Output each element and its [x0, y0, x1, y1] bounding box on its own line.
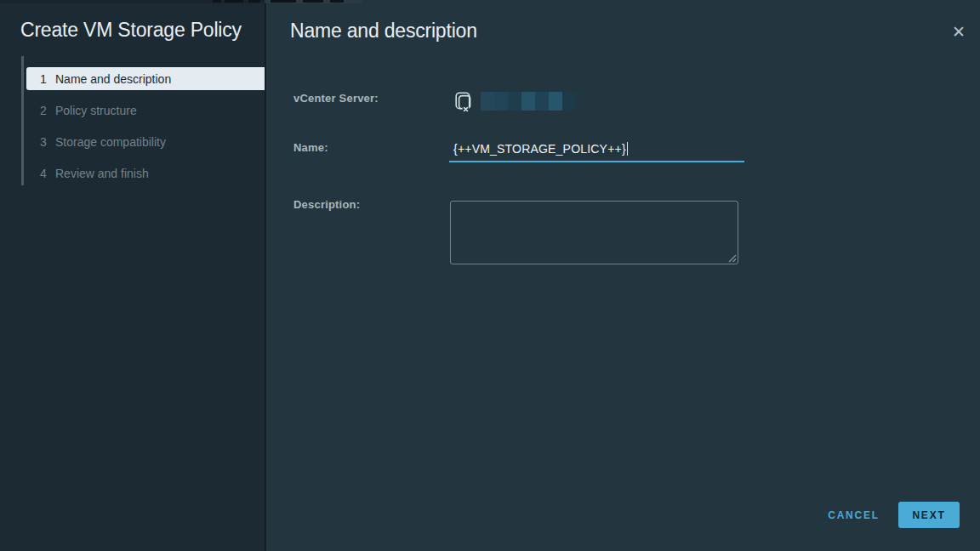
- close-icon[interactable]: ✕: [948, 20, 970, 43]
- vcenter-server-icon: [455, 92, 474, 116]
- step-number: 4: [37, 167, 49, 180]
- sidebar-step-name-and-description[interactable]: 1 Name and description: [26, 67, 265, 90]
- steps-rail: [21, 56, 24, 185]
- sidebar-step-review-and-finish[interactable]: 4 Review and finish: [26, 162, 265, 185]
- step-number: 1: [37, 72, 49, 86]
- next-button[interactable]: NEXT: [898, 502, 960, 528]
- description-textarea[interactable]: [450, 201, 738, 264]
- background-text-fragment: [303, 0, 323, 3]
- name-input[interactable]: {++VM_STORAGE_POLICY++}: [449, 138, 744, 162]
- vcenter-server-label: vCenter Server:: [293, 92, 379, 105]
- wizard-content-panel: Name and description ✕ vCenter Server: N…: [265, 3, 980, 551]
- background-text-fragment: [248, 0, 260, 3]
- step-label: Policy structure: [55, 104, 137, 117]
- step-number: 3: [37, 135, 49, 149]
- wizard-modal: Create VM Storage Policy 1 Name and desc…: [0, 3, 980, 551]
- background-text-fragment: [213, 0, 221, 3]
- step-label: Storage compatibility: [55, 135, 166, 149]
- description-field-wrap: [450, 201, 738, 264]
- vcenter-server-value-redacted: [481, 92, 576, 111]
- sidebar-step-storage-compatibility[interactable]: 3 Storage compatibility: [26, 130, 265, 153]
- dialog-title: Create VM Storage Policy: [20, 19, 242, 42]
- wizard-sidebar: Create VM Storage Policy 1 Name and desc…: [0, 3, 265, 551]
- name-label: Name:: [293, 141, 328, 154]
- step-label: Name and description: [55, 72, 171, 86]
- background-text-fragment: [330, 0, 344, 3]
- create-vm-storage-policy-dialog: Create VM Storage Policy 1 Name and desc…: [0, 0, 980, 551]
- wizard-footer: CANCEL NEXT: [826, 502, 960, 528]
- text-caret: [627, 142, 628, 156]
- cancel-button[interactable]: CANCEL: [826, 503, 881, 528]
- step-number: 2: [37, 104, 49, 117]
- sidebar-step-policy-structure[interactable]: 2 Policy structure: [26, 99, 265, 122]
- page-title: Name and description: [290, 20, 477, 43]
- description-label: Description:: [293, 198, 360, 211]
- name-input-value: {++VM_STORAGE_POLICY++}: [453, 142, 626, 156]
- background-text-fragment: [271, 0, 296, 3]
- background-text-fragment: [225, 0, 243, 3]
- step-label: Review and finish: [55, 167, 149, 180]
